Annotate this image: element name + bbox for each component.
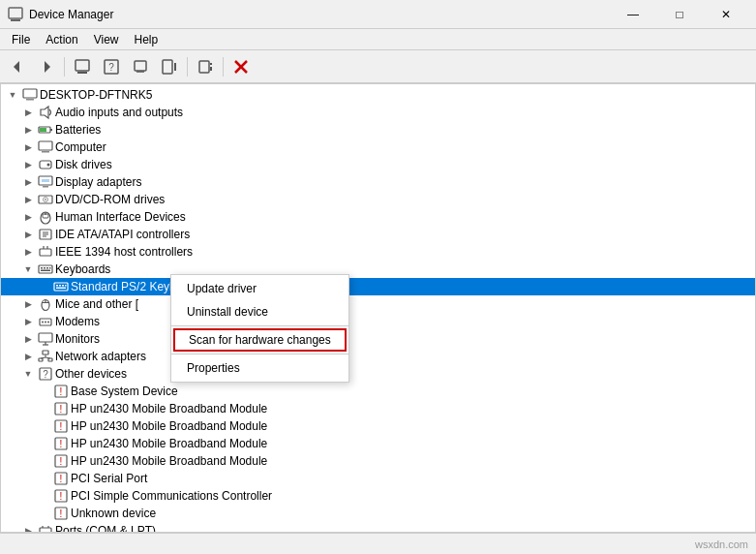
toolbar-btn-scan[interactable] [156,54,183,79]
svg-text:!: ! [60,474,63,484]
maximize-button[interactable]: □ [657,0,702,29]
ctx-uninstall[interactable]: Uninstall device [171,300,348,323]
tree-item-ide[interactable]: ▶ IDE ATA/ATAPI controllers [1,226,755,243]
forward-button[interactable] [33,54,60,79]
toolbar-btn-delete[interactable] [227,54,255,79]
ctx-scan[interactable]: Scan for hardware changes [173,328,347,352]
ctx-update[interactable]: Update driver [171,277,348,300]
svg-line-72 [45,357,50,358]
menu-action[interactable]: Action [38,31,85,48]
tree-item-other[interactable]: ▼ ? Other devices [1,365,755,383]
tree-item-pcisimple[interactable]: ▶ ! PCI Simple Communications Controller [1,487,755,505]
tree-item-mice[interactable]: ▶ Mice and other [ [1,295,755,313]
display-label: Display adapters [55,175,141,189]
tree-item-computer[interactable]: ▶ Computer [1,138,755,156]
display-expand-icon[interactable]: ▶ [20,174,36,190]
toolbar-btn-help[interactable] [192,54,219,79]
tree-item-monitors[interactable]: ▶ Monitors [1,330,755,348]
ieee-expand-icon[interactable]: ▶ [20,244,36,260]
svg-text:!: ! [60,421,63,432]
other-label: Other devices [55,367,127,381]
tree-item-network[interactable]: ▶ Network adapters [1,348,755,365]
svg-marker-21 [41,107,48,118]
svg-rect-45 [39,265,52,273]
keyboards-expand-icon[interactable]: ▼ [20,262,36,277]
root-label: DESKTOP-DFTNRK5 [40,88,152,102]
svg-rect-11 [163,60,172,74]
tree-item-hp1[interactable]: ▶ ! HP un2430 Mobile Broadband Module [1,400,755,417]
monitors-expand-icon[interactable]: ▶ [20,331,36,347]
tree-item-pciport[interactable]: ▶ ! PCI Serial Port [1,470,755,487]
batteries-label: Batteries [55,123,101,137]
hid-expand-icon[interactable]: ▶ [20,209,36,225]
svg-text:!: ! [60,386,63,397]
svg-rect-68 [39,358,43,361]
toolbar-btn-update[interactable]: ? [98,54,125,79]
stdkb-icon [53,279,69,294]
audio-expand-icon[interactable]: ▶ [20,105,36,120]
svg-rect-6 [77,72,87,74]
basesys-icon: ! [53,384,69,399]
batteries-expand-icon[interactable]: ▶ [20,122,36,138]
ide-expand-icon[interactable]: ▶ [20,227,36,242]
tree-item-modems[interactable]: ▶ Modems [1,313,755,330]
tree-item-basesys[interactable]: ▶ ! Base System Device [1,383,755,400]
tree-item-unknown[interactable]: ▶ ! Unknown device [1,505,755,522]
monitor-icon [38,331,53,347]
tree-item-hid[interactable]: ▶ Human Interface Devices [1,208,755,226]
tree-item-batteries[interactable]: ▶ Batteries [1,121,755,138]
tree-root[interactable]: ▼ DESKTOP-DFTNRK5 [1,86,755,104]
hid-icon [38,209,53,225]
tree-item-display[interactable]: ▶ Display adapters [1,173,755,191]
menu-help[interactable]: Help [127,31,166,48]
minimize-button[interactable]: — [611,0,655,29]
tree-item-disk[interactable]: ▶ Disk drives [1,156,755,173]
disk-expand-icon[interactable]: ▶ [20,157,36,172]
modems-expand-icon[interactable]: ▶ [20,314,36,329]
back-button[interactable] [4,54,31,79]
computer-icon [22,87,38,103]
computer-expand-icon[interactable]: ▶ [20,139,36,155]
ctx-properties[interactable]: Properties [171,356,348,380]
network-label: Network adapters [55,350,146,363]
menu-view[interactable]: View [86,31,127,48]
tree-item-ieee[interactable]: ▶ IEEE 1394 host controllers [1,243,755,261]
app-icon [8,7,23,22]
svg-rect-30 [43,186,48,188]
menu-file[interactable]: File [4,31,38,48]
tree-view[interactable]: ▼ DESKTOP-DFTNRK5 ▶ Audio inputs and out [1,84,755,532]
svg-rect-49 [49,267,51,269]
tree-item-hp3[interactable]: ▶ ! HP un2430 Mobile Broadband Module [1,435,755,452]
tree-item-hp4[interactable]: ▶ ! HP un2430 Mobile Broadband Module [1,452,755,470]
close-button[interactable]: ✕ [704,0,748,29]
tree-item-stdkb[interactable]: ▶ Standard PS/2 Keyboard [1,278,755,295]
ctx-separator-2 [171,354,348,354]
network-icon [38,349,53,364]
dvd-expand-icon[interactable]: ▶ [20,192,36,207]
title-bar-controls: — □ ✕ [611,0,748,29]
toolbar-btn-properties[interactable] [69,54,96,79]
tree-item-dvd[interactable]: ▶ DVD/CD-ROM drives [1,191,755,208]
hp1-label: HP un2430 Mobile Broadband Module [71,402,267,416]
mice-expand-icon[interactable]: ▶ [20,296,36,312]
svg-rect-51 [54,283,68,291]
mice-label: Mice and other [ [55,297,138,311]
modem-icon [38,314,53,329]
hid-label: Human Interface Devices [55,210,186,224]
tree-item-ports[interactable]: ▶ Ports (COM & LPT) [1,522,755,532]
network-expand-icon[interactable]: ▶ [20,349,36,364]
tree-item-hp2[interactable]: ▶ ! HP un2430 Mobile Broadband Module [1,417,755,435]
tree-item-audio[interactable]: ▶ Audio inputs and outputs [1,104,755,121]
unknown-icon: ! [53,506,69,521]
svg-rect-15 [210,67,212,71]
mouse-icon [38,296,53,312]
svg-rect-24 [40,128,46,132]
toolbar-btn-uninstall[interactable] [127,54,154,79]
ports-expand-icon[interactable]: ▶ [20,523,36,532]
other-expand-icon[interactable]: ▼ [20,366,36,382]
battery-icon [38,122,53,138]
ieee-label: IEEE 1394 host controllers [55,245,193,259]
root-expand-icon[interactable]: ▼ [5,87,20,103]
svg-rect-20 [28,98,32,99]
tree-item-keyboards[interactable]: ▼ Keyboards [1,261,755,278]
